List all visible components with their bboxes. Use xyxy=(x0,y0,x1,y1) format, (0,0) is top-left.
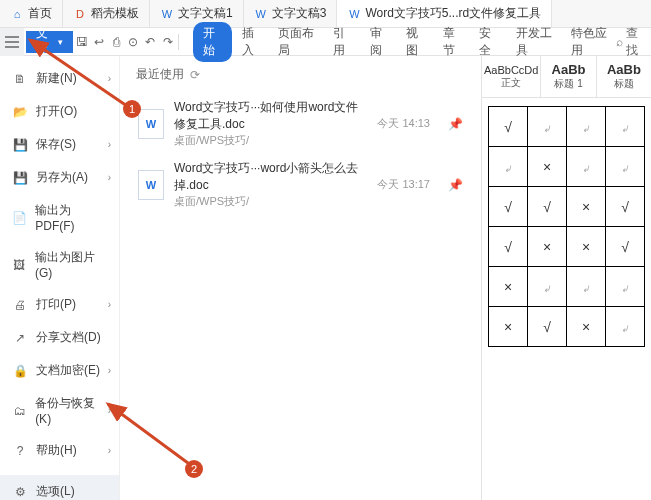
table-cell[interactable]: ↲ xyxy=(567,107,606,147)
redo2-icon[interactable]: ↷ xyxy=(159,28,176,56)
separator xyxy=(178,34,179,50)
search-icon: ⌕ xyxy=(616,35,623,49)
menu-icon: ↗ xyxy=(12,331,28,345)
table-cell[interactable]: ↲ xyxy=(606,107,645,147)
table-cell[interactable]: √ xyxy=(528,187,567,227)
chevron-right-icon: › xyxy=(108,445,111,456)
file-menu-button[interactable]: 文件 ▾ xyxy=(26,31,73,53)
style-item[interactable]: AaBbCcDd正文 xyxy=(482,56,541,97)
document-preview: AaBbCcDd正文AaBb标题 1AaBb标题 √↲↲↲↲×↲↲√√×√√××… xyxy=(481,56,651,500)
tab-icon: W xyxy=(254,7,268,21)
table-cell[interactable]: × xyxy=(489,267,528,307)
file-menu-label: 文件 xyxy=(36,25,55,59)
menu-item-7[interactable]: ↗分享文档(D) xyxy=(0,321,119,354)
doc-path: 桌面/WPS技巧/ xyxy=(174,194,367,209)
menu-icon: 🖼 xyxy=(12,258,27,272)
table-cell[interactable]: √ xyxy=(528,307,567,347)
table-cell[interactable]: ↲ xyxy=(606,267,645,307)
tab-0[interactable]: ⌂首页 xyxy=(0,0,63,27)
table-cell[interactable]: ↲ xyxy=(567,267,606,307)
table-cell[interactable]: √ xyxy=(489,187,528,227)
chevron-right-icon: › xyxy=(108,139,111,150)
table-cell[interactable]: × xyxy=(567,187,606,227)
menu-item-3[interactable]: 💾另存为(A)› xyxy=(0,161,119,194)
table-cell[interactable]: ↲ xyxy=(606,307,645,347)
tab-icon: ⌂ xyxy=(10,7,24,21)
doc-path: 桌面/WPS技巧/ xyxy=(174,133,367,148)
table-cell[interactable]: ↲ xyxy=(528,267,567,307)
tab-1[interactable]: D稻壳模板 xyxy=(63,0,150,27)
table-cell[interactable]: × xyxy=(528,147,567,187)
callout-badge-1: 1 xyxy=(123,100,141,118)
chevron-down-icon: ▾ xyxy=(58,37,63,47)
menu-item-4[interactable]: 📄输出为PDF(F) xyxy=(0,194,119,241)
search-box[interactable]: ⌕ 查找 xyxy=(616,25,645,59)
doc-title: Word文字技巧···word小箭头怎么去掉.doc xyxy=(174,160,367,194)
main-area: 🗎新建(N)›📂打开(O)💾保存(S)›💾另存为(A)›📄输出为PDF(F)🖼输… xyxy=(0,56,651,500)
table-cell[interactable]: ↲ xyxy=(489,147,528,187)
style-item[interactable]: AaBb标题 1 xyxy=(541,56,596,97)
table-cell[interactable]: ↲ xyxy=(606,147,645,187)
tab-icon: D xyxy=(73,7,87,21)
table-cell[interactable]: ↲ xyxy=(528,107,567,147)
hamburger-icon[interactable] xyxy=(0,28,24,56)
recent-files-list: WWord文字技巧···如何使用word文件修复工具.doc桌面/WPS技巧/今… xyxy=(136,93,465,215)
pin-icon[interactable]: 📌 xyxy=(448,178,463,192)
menu-icon: 📂 xyxy=(12,105,28,119)
doc-time: 今天 13:17 xyxy=(377,177,430,192)
table-cell[interactable]: × xyxy=(528,227,567,267)
table-cell[interactable]: √ xyxy=(606,227,645,267)
preview-icon[interactable]: ⊙ xyxy=(125,28,142,56)
menu-item-6[interactable]: 🖨打印(P)› xyxy=(0,288,119,321)
recent-file-item[interactable]: WWord文字技巧···如何使用word文件修复工具.doc桌面/WPS技巧/今… xyxy=(136,93,465,154)
doc-title: Word文字技巧···如何使用word文件修复工具.doc xyxy=(174,99,367,133)
menu-item-11[interactable]: ⚙选项(L) xyxy=(0,475,119,500)
table-cell[interactable]: × xyxy=(567,227,606,267)
menu-icon: 🗎 xyxy=(12,72,28,86)
menu-item-5[interactable]: 🖼输出为图片(G) xyxy=(0,241,119,288)
tab-label: 文字文稿3 xyxy=(272,5,327,22)
menu-label: 输出为图片(G) xyxy=(35,249,107,280)
table-cell[interactable]: × xyxy=(489,307,528,347)
doc-icon: W xyxy=(138,170,164,200)
menu-label: 打印(P) xyxy=(36,296,76,313)
save-icon[interactable]: 🖫 xyxy=(73,28,90,56)
table-cell[interactable]: ↲ xyxy=(567,147,606,187)
undo-icon[interactable]: ↶ xyxy=(142,28,159,56)
print-icon[interactable]: ⎙ xyxy=(108,28,125,56)
menu-label: 打开(O) xyxy=(36,103,77,120)
menu-label: 备份与恢复(K) xyxy=(35,395,107,426)
menu-item-8[interactable]: 🔒文档加密(E)› xyxy=(0,354,119,387)
menu-icon: 🗂 xyxy=(12,404,27,418)
table-cell[interactable]: √ xyxy=(489,227,528,267)
menu-icon: 💾 xyxy=(12,138,28,152)
menu-item-1[interactable]: 📂打开(O) xyxy=(0,95,119,128)
tab-icon: W xyxy=(160,7,174,21)
recent-file-item[interactable]: WWord文字技巧···word小箭头怎么去掉.doc桌面/WPS技巧/今天 1… xyxy=(136,154,465,215)
menu-label: 帮助(H) xyxy=(36,442,77,459)
search-label: 查找 xyxy=(626,25,645,59)
toolbar: 文件 ▾ 🖫 ↩ ⎙ ⊙ ↶ ↷ 开始插入页面布局引用审阅视图章节安全开发工具特… xyxy=(0,28,651,56)
menu-item-9[interactable]: 🗂备份与恢复(K)› xyxy=(0,387,119,434)
table-cell[interactable]: √ xyxy=(489,107,528,147)
chevron-right-icon: › xyxy=(108,172,111,183)
chevron-right-icon: › xyxy=(108,299,111,310)
chevron-right-icon: › xyxy=(108,365,111,376)
refresh-icon[interactable]: ⟳ xyxy=(190,68,200,82)
menu-icon: 📄 xyxy=(12,211,27,225)
table-cell[interactable]: × xyxy=(567,307,606,347)
chevron-right-icon: › xyxy=(108,73,111,84)
chevron-right-icon: › xyxy=(108,405,111,416)
table-cell[interactable]: √ xyxy=(606,187,645,227)
menu-icon: ⚙ xyxy=(12,485,28,499)
redo-icon[interactable]: ↩ xyxy=(90,28,107,56)
menu-item-2[interactable]: 💾保存(S)› xyxy=(0,128,119,161)
menu-icon: 💾 xyxy=(12,171,28,185)
menu-item-0[interactable]: 🗎新建(N)› xyxy=(0,62,119,95)
pin-icon[interactable]: 📌 xyxy=(448,117,463,131)
style-item[interactable]: AaBb标题 xyxy=(597,56,651,97)
menu-item-10[interactable]: ?帮助(H)› xyxy=(0,434,119,467)
menu-icon: ? xyxy=(12,444,28,458)
table-preview: √↲↲↲↲×↲↲√√×√√××√×↲↲↲×√×↲ xyxy=(482,98,651,355)
style-preview: AaBbCcDd xyxy=(484,64,538,76)
